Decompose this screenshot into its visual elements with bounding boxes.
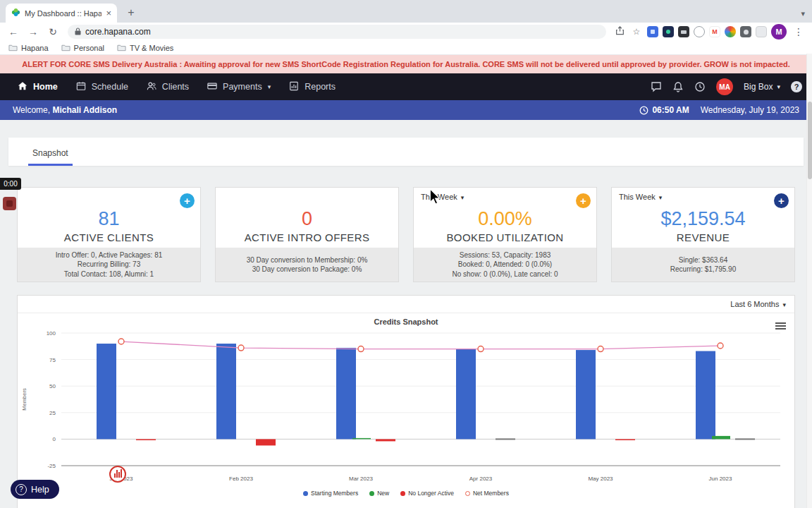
svg-text:25: 25 bbox=[49, 410, 56, 416]
tab-list-caret-icon[interactable]: ▾ bbox=[801, 9, 805, 18]
legend-item[interactable]: Starting Members bbox=[303, 490, 358, 497]
active-intro-offers-label: ACTIVE INTRO OFFERS bbox=[245, 231, 370, 243]
chevron-down-icon: ▾ bbox=[268, 83, 271, 90]
chevron-down-icon: ▾ bbox=[777, 83, 780, 90]
browser-profile-avatar[interactable]: M bbox=[771, 24, 787, 40]
screen-timer-overlay: 0:00 bbox=[0, 178, 21, 190]
reload-button[interactable]: ↻ bbox=[45, 26, 61, 37]
extension-icon-8[interactable] bbox=[756, 26, 767, 37]
extension-icon-1[interactable] bbox=[647, 26, 658, 37]
stats-row: + 81 ACTIVE CLIENTS Intro Offer: 0, Acti… bbox=[17, 187, 795, 282]
svg-text:Members: Members bbox=[21, 388, 27, 411]
add-payment-button[interactable]: + bbox=[774, 193, 789, 208]
svg-text:0: 0 bbox=[53, 436, 56, 442]
nav-item-payments[interactable]: Payments ▾ bbox=[199, 73, 278, 100]
stat-card-revenue: This Week ▾ + $2,159.54 REVENUE Single: … bbox=[611, 187, 795, 282]
folder-icon bbox=[117, 44, 126, 52]
page-scrollbar[interactable] bbox=[806, 54, 812, 508]
gmail-extension-icon[interactable]: M bbox=[709, 26, 720, 37]
bookmark-star-icon[interactable]: ☆ bbox=[630, 27, 643, 37]
help-circle-icon[interactable]: ? bbox=[791, 81, 802, 92]
bookmark-folder-tv-movies[interactable]: TV & Movies bbox=[117, 44, 173, 52]
help-button[interactable]: ? Help bbox=[11, 480, 59, 499]
extension-icon-3[interactable] bbox=[678, 26, 689, 37]
account-switcher[interactable]: Big Box ▾ bbox=[744, 82, 780, 92]
legend-item[interactable]: New bbox=[369, 490, 389, 497]
bookmark-folder-personal[interactable]: Personal bbox=[61, 44, 104, 52]
booked-utilization-label: BOOKED UTILIZATION bbox=[446, 231, 563, 243]
revenue-details: Single: $363.64 Recurring: $1,795.90 bbox=[612, 248, 794, 282]
browser-menu-icon[interactable]: ⋮ bbox=[791, 26, 806, 37]
current-date: Wednesday, July 19, 2023 bbox=[701, 105, 799, 115]
active-intro-offers-details: 30 Day conversion to Membership: 0% 30 D… bbox=[216, 248, 398, 282]
browser-tab-strip: My Dashboard :: Hapana | Tak... × + ▾ bbox=[0, 0, 812, 23]
bookmark-folder-hapana[interactable]: Hapana bbox=[8, 44, 49, 52]
notifications-bell-icon[interactable] bbox=[672, 81, 684, 92]
nav-item-home[interactable]: Home bbox=[10, 73, 66, 100]
new-tab-button[interactable]: + bbox=[123, 4, 140, 21]
clients-icon bbox=[147, 81, 158, 92]
add-client-button[interactable]: + bbox=[180, 193, 195, 208]
clock-icon bbox=[639, 106, 648, 115]
extension-icon-4[interactable] bbox=[694, 26, 705, 37]
legend-item[interactable]: Net Members bbox=[465, 490, 509, 497]
chevron-down-icon: ▾ bbox=[461, 194, 465, 201]
share-icon[interactable] bbox=[613, 26, 626, 37]
legend-item[interactable]: No Longer Active bbox=[400, 490, 454, 497]
current-time: 06:50 AM bbox=[639, 105, 689, 115]
scrollbar-thumb[interactable] bbox=[808, 102, 812, 179]
tab-title: My Dashboard :: Hapana | Tak... bbox=[25, 9, 102, 18]
revenue-value: $2,159.54 bbox=[660, 208, 745, 230]
legend-marker-icon bbox=[465, 491, 470, 496]
page-tabs: Snapshot bbox=[8, 138, 804, 166]
sms-alert-banner: ALERT FOR CORE SMS Delivery Australia : … bbox=[0, 55, 812, 73]
user-name: Michali Addison bbox=[52, 105, 117, 115]
svg-text:Mar 2023: Mar 2023 bbox=[349, 476, 373, 482]
revenue-label: REVENUE bbox=[677, 231, 730, 243]
chart-range-dropdown[interactable]: Last 6 Months ▾ bbox=[730, 300, 786, 308]
nav-item-schedule[interactable]: Schedule bbox=[68, 73, 136, 100]
tab-close-icon[interactable]: × bbox=[106, 8, 111, 18]
address-bar[interactable]: core.hapana.com bbox=[68, 25, 606, 39]
add-booking-button[interactable]: + bbox=[576, 193, 591, 208]
legend-label: No Longer Active bbox=[408, 490, 454, 497]
svg-text:Apr 2023: Apr 2023 bbox=[469, 476, 493, 482]
chat-icon[interactable] bbox=[651, 81, 662, 92]
stat-card-active-clients: + 81 ACTIVE CLIENTS Intro Offer: 0, Acti… bbox=[17, 187, 201, 282]
nav-item-clients[interactable]: Clients bbox=[139, 73, 197, 100]
svg-text:100: 100 bbox=[47, 330, 56, 337]
home-icon bbox=[18, 81, 29, 92]
mouse-cursor bbox=[430, 189, 441, 207]
booked-utilization-value: 0.00% bbox=[478, 208, 532, 230]
recording-badge[interactable] bbox=[3, 197, 16, 210]
credits-snapshot-card: Last 6 Months ▾ Credits Snapshot 1007550… bbox=[17, 295, 795, 508]
extension-icon-7[interactable] bbox=[740, 26, 751, 37]
chart-title: Credits Snapshot bbox=[18, 318, 794, 326]
booked-utilization-details: Sessions: 53, Capacity: 1983 Booked: 0, … bbox=[414, 248, 596, 282]
url-text: core.hapana.com bbox=[85, 27, 151, 37]
back-button[interactable]: ← bbox=[6, 26, 21, 37]
stat-card-booked-utilization: This Week ▾ + 0.00% BOOKED UTILIZATION S… bbox=[413, 187, 597, 282]
active-clients-label: ACTIVE CLIENTS bbox=[64, 231, 154, 243]
chart-menu-icon[interactable] bbox=[775, 321, 786, 331]
nav-item-reports[interactable]: Reports bbox=[281, 73, 343, 100]
svg-text:May 2023: May 2023 bbox=[588, 476, 613, 482]
recording-indicator[interactable] bbox=[109, 466, 126, 483]
extension-icon-6[interactable] bbox=[725, 26, 736, 37]
question-icon: ? bbox=[16, 484, 27, 495]
revenue-period-dropdown[interactable]: This Week ▾ bbox=[619, 193, 662, 201]
tab-snapshot[interactable]: Snapshot bbox=[28, 141, 73, 166]
welcome-bar: Welcome, Michali Addison 06:50 AM Wednes… bbox=[0, 100, 812, 120]
bookmarks-bar: Hapana Personal TV & Movies bbox=[0, 41, 812, 55]
folder-icon bbox=[61, 44, 70, 52]
extension-icon-2[interactable] bbox=[663, 26, 674, 37]
dashboard-content: Snapshot + 81 ACTIVE CLIENTS Intro Offer… bbox=[0, 120, 812, 508]
utilization-period-dropdown[interactable]: This Week ▾ bbox=[421, 193, 464, 201]
browser-tab[interactable]: My Dashboard :: Hapana | Tak... × bbox=[6, 4, 117, 23]
forward-button[interactable]: → bbox=[25, 26, 41, 37]
history-clock-icon[interactable] bbox=[694, 81, 706, 92]
svg-text:Jun 2023: Jun 2023 bbox=[709, 476, 732, 482]
user-avatar[interactable]: MA bbox=[716, 78, 733, 95]
active-clients-details: Intro Offer: 0, Active Packages: 81 Recu… bbox=[18, 248, 200, 282]
legend-marker-icon bbox=[369, 491, 374, 496]
